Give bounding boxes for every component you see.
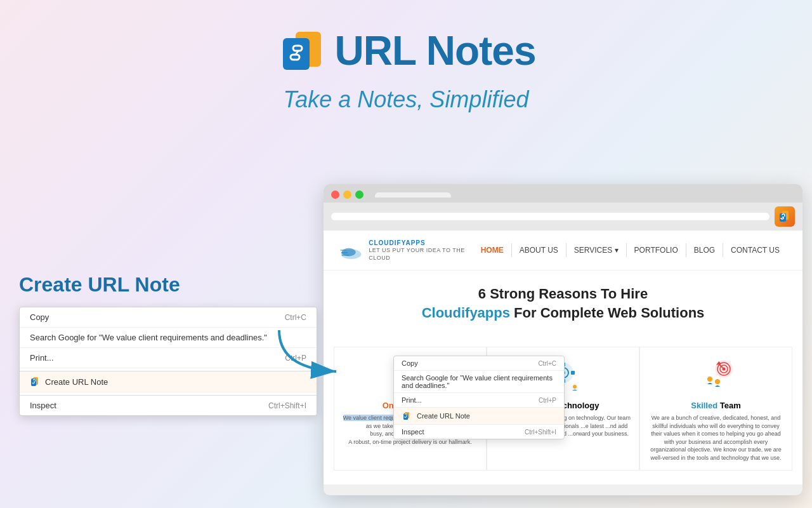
feature-team-highlight: Skilled: [691, 401, 717, 410]
print-label: Print...: [30, 353, 54, 363]
inner-menu-print[interactable]: Print... Ctrl+P: [394, 393, 564, 408]
site-nav-links: HOME ABOUT US SERVICES ▾ PORTFOLIO BLOG …: [473, 243, 787, 257]
address-input[interactable]: [331, 213, 769, 220]
create-left: Create URL Note: [30, 377, 108, 387]
hero-title-line1: 6 Strong Reasons To Hire: [339, 286, 787, 302]
nav-about[interactable]: ABOUT US: [512, 243, 566, 257]
nav-contact[interactable]: CONTACT US: [723, 243, 787, 257]
copy-label: Copy: [30, 312, 49, 322]
inner-menu-copy[interactable]: Copy Ctrl+C: [394, 356, 564, 371]
browser-dots: [331, 190, 363, 199]
svg-point-35: [715, 379, 720, 384]
create-url-title: Create URL Note: [19, 273, 209, 297]
feature-team-title: Skilled Team: [648, 401, 784, 410]
skilled-team-icon: [697, 355, 735, 393]
inspect-left: Inspect: [30, 401, 56, 410]
logo-area: URL Notes: [277, 25, 536, 76]
menu-search-google[interactable]: Search Google for "We value client requi…: [20, 328, 317, 348]
inner-inspect-label: Inspect: [402, 428, 424, 436]
copy-left: Copy: [30, 312, 49, 322]
nav-home[interactable]: HOME: [473, 243, 512, 257]
nav-blog[interactable]: BLOG: [686, 243, 723, 257]
inner-menu-inspect[interactable]: Inspect Ctrl+Shift+I: [394, 425, 564, 439]
svg-point-34: [707, 377, 712, 382]
menu-print[interactable]: Print... Ctrl+P: [20, 348, 317, 368]
inner-copy-label: Copy: [402, 359, 418, 367]
close-dot[interactable]: [331, 190, 339, 199]
app-logo-icon: [277, 25, 327, 76]
hero-highlight: Cloudifyapps: [422, 305, 510, 321]
inner-create-left: Create URL Note: [402, 411, 470, 421]
inner-menu-search[interactable]: Search Google for "We value client requi…: [394, 371, 564, 393]
feature-team: Skilled Team We are a bunch of creative,…: [639, 347, 792, 471]
site-logo: CLOUDIFYAPPS LET US PUT YOUR IDEA TO THE…: [339, 238, 473, 262]
nav-services[interactable]: SERVICES ▾: [566, 243, 627, 257]
inner-url-icon: [402, 411, 412, 421]
nav-portfolio[interactable]: PORTFOLIO: [627, 243, 686, 257]
print-left: Print...: [30, 353, 54, 363]
url-notes-favicon: [775, 206, 795, 227]
inspect-label: Inspect: [30, 401, 56, 410]
url-note-icon: [30, 377, 40, 387]
tagline: Take a Notes, Simplified: [284, 86, 529, 113]
fullscreen-dot[interactable]: [355, 190, 363, 199]
inner-context-menu: Copy Ctrl+C Search Google for "We value …: [393, 356, 565, 439]
svg-point-26: [573, 385, 577, 389]
search-label: Search Google for "We value client requi…: [30, 333, 267, 342]
menu-copy[interactable]: Copy Ctrl+C: [20, 307, 317, 328]
arrow-decoration: [273, 318, 355, 381]
hero-title-line2: Cloudifyapps For Complete Web Solutions: [339, 305, 787, 321]
svg-point-31: [722, 368, 725, 371]
hero-section: URL Notes Take a Notes, Simplified: [0, 0, 812, 132]
svg-rect-25: [571, 371, 575, 375]
search-left: Search Google for "We value client requi…: [30, 333, 267, 342]
menu-create-url-note[interactable]: Create URL Note: [20, 371, 317, 392]
browser-tab[interactable]: [375, 192, 451, 197]
inner-menu-create-url[interactable]: Create URL Note: [394, 408, 564, 425]
cloudifyapps-logo: [339, 238, 363, 262]
inner-print-shortcut: Ctrl+P: [539, 397, 556, 404]
inner-inspect-shortcut: Ctrl+Shift+I: [525, 429, 556, 436]
website-nav: CLOUDIFYAPPS LET US PUT YOUR IDEA TO THE…: [324, 231, 802, 271]
create-url-label: Create URL Note: [45, 377, 108, 387]
inspect-shortcut: Ctrl+Shift+I: [268, 401, 306, 410]
menu-inspect[interactable]: Inspect Ctrl+Shift+I: [20, 395, 317, 415]
hero-rest: For Complete Web Solutions: [510, 305, 704, 321]
browser-chrome: [324, 184, 802, 203]
website-hero-section: 6 Strong Reasons To Hire Cloudifyapps Fo…: [324, 271, 802, 337]
site-logo-tagline: CLOUDIFYAPPS LET US PUT YOUR IDEA TO THE…: [369, 239, 473, 262]
browser-address-bar: [324, 203, 802, 231]
minimize-dot[interactable]: [343, 190, 351, 199]
inner-copy-shortcut: Ctrl+C: [538, 360, 556, 367]
inner-search-label: Search Google for "We value client requi…: [402, 374, 556, 389]
feature-team-desc: We are a bunch of creative, dedicated, h…: [648, 414, 784, 462]
inner-create-label: Create URL Note: [417, 412, 470, 420]
inner-print-label: Print...: [402, 396, 422, 404]
browser-mockup: CLOUDIFYAPPS LET US PUT YOUR IDEA TO THE…: [324, 184, 802, 495]
app-title: URL Notes: [335, 27, 536, 74]
left-section: Create URL Note Copy Ctrl+C Search Googl…: [19, 273, 209, 416]
